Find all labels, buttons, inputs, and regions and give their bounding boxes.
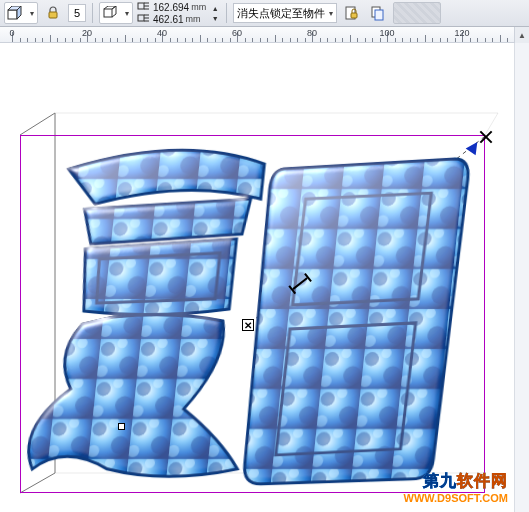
page-lock-button[interactable] bbox=[341, 2, 363, 24]
extrude-type-dropdown[interactable]: ▾ bbox=[99, 2, 133, 24]
ruler-tick-label: 80 bbox=[307, 28, 317, 38]
watermark-main: 第九 bbox=[423, 472, 457, 489]
drawing-canvas[interactable]: ✕ 第九软件网 WWW.D9SOFT.COM bbox=[0, 43, 514, 512]
spinner-up-icon[interactable]: ▲ bbox=[210, 3, 220, 13]
extrude-icon bbox=[5, 4, 27, 22]
coord-x-icon bbox=[137, 2, 151, 13]
vanishing-point-coords: 162.694 mm 462.61 mm bbox=[137, 1, 206, 25]
extrude-center-handle[interactable]: ✕ bbox=[242, 319, 254, 331]
coord-spinners[interactable]: ▲ ▼ bbox=[210, 2, 220, 24]
coord-y-value[interactable]: 462.61 bbox=[153, 14, 184, 25]
coord-y-icon bbox=[137, 14, 151, 25]
property-bar: ▾ ▾ 162.694 mm 462.61 mm bbox=[0, 0, 529, 27]
ruler-tick-label: 0 bbox=[9, 28, 14, 38]
node-handle[interactable] bbox=[118, 423, 125, 430]
ruler-tick-label: 120 bbox=[454, 28, 469, 38]
coord-unit: mm bbox=[191, 2, 206, 13]
ruler-tick-label: 100 bbox=[379, 28, 394, 38]
svg-rect-0 bbox=[8, 10, 17, 19]
svg-rect-1 bbox=[49, 12, 57, 18]
vertical-scroll-up[interactable]: ▲ bbox=[514, 27, 529, 43]
svg-rect-6 bbox=[351, 13, 357, 18]
spinner-down-icon[interactable]: ▼ bbox=[210, 13, 220, 23]
ruler-tick-label: 20 bbox=[82, 28, 92, 38]
lock-button[interactable] bbox=[42, 2, 64, 24]
separator bbox=[226, 3, 227, 23]
svg-line-11 bbox=[485, 113, 498, 135]
watermark: 第九软件网 WWW.D9SOFT.COM bbox=[404, 471, 509, 504]
coord-unit: mm bbox=[186, 14, 201, 25]
preset-index-input[interactable] bbox=[68, 4, 86, 22]
dropdown-caret-icon: ▾ bbox=[27, 4, 37, 22]
dropdown-caret-icon: ▾ bbox=[329, 9, 333, 18]
ruler-tick-label: 60 bbox=[232, 28, 242, 38]
watermark-url: WWW.D9SOFT.COM bbox=[404, 492, 509, 504]
vertical-scrollbar[interactable] bbox=[514, 43, 529, 512]
extrude-preset-dropdown[interactable]: ▾ bbox=[4, 2, 38, 24]
svg-rect-2 bbox=[104, 9, 112, 17]
svg-line-9 bbox=[20, 113, 55, 135]
svg-rect-3 bbox=[138, 3, 144, 9]
separator bbox=[92, 3, 93, 23]
vanishing-lock-label: 消失点锁定至物件 bbox=[237, 6, 325, 21]
watermark-accent: 软件网 bbox=[457, 472, 508, 489]
horizontal-ruler[interactable]: 020406080100120140160 bbox=[0, 27, 529, 43]
coord-x-value[interactable]: 162.694 bbox=[153, 2, 189, 13]
obscured-toolbar-controls bbox=[393, 2, 441, 24]
ruler-tick-label: 40 bbox=[157, 28, 167, 38]
dropdown-caret-icon: ▾ bbox=[122, 4, 132, 22]
svg-rect-4 bbox=[138, 15, 144, 21]
extrude-type-icon bbox=[100, 4, 122, 22]
svg-rect-8 bbox=[375, 10, 383, 20]
copy-properties-button[interactable] bbox=[367, 2, 389, 24]
selection-box[interactable] bbox=[20, 135, 485, 493]
vanishing-lock-select[interactable]: 消失点锁定至物件 ▾ bbox=[233, 3, 337, 23]
